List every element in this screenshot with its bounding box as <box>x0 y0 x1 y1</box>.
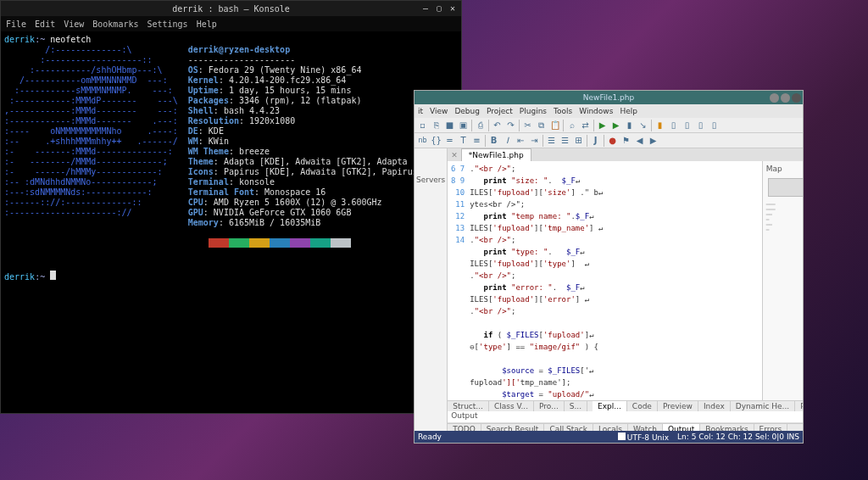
terminal-menubar: File Edit View Bookmarks Settings Help <box>1 16 461 31</box>
tab-close-icon[interactable]: ✕ <box>448 151 461 159</box>
tab-output[interactable]: Output <box>663 424 700 431</box>
tab-code[interactable]: Code <box>627 401 658 411</box>
ide-titlebar[interactable]: NewFile1.php <box>415 91 803 104</box>
tab-structure[interactable]: Struct... <box>448 401 489 411</box>
bold-icon[interactable]: B <box>487 134 500 147</box>
bracket-icon[interactable]: {} <box>430 134 442 147</box>
tab-explorer[interactable]: Expl... <box>593 401 627 411</box>
menu-file[interactable]: File <box>6 20 26 29</box>
ide-close-button[interactable] <box>792 93 801 103</box>
encoding-checkbox[interactable] <box>618 433 626 440</box>
columns-icon[interactable]: ⊞ <box>572 134 585 147</box>
tab-classview[interactable]: Class V... <box>489 401 534 411</box>
menu-help[interactable]: Help <box>620 107 637 115</box>
tab-errors[interactable]: Errors <box>754 424 788 431</box>
status-encoding: UTF-8 Unix <box>627 433 669 442</box>
minimap-viewport[interactable] <box>768 178 803 197</box>
stop-icon[interactable]: ▮ <box>623 119 636 131</box>
italic-icon[interactable]: I <box>501 134 514 147</box>
tab-dynamic[interactable]: Dynamic He... <box>731 401 795 411</box>
list-icon[interactable]: ☰ <box>545 134 558 147</box>
list-icon[interactable]: ☰ <box>559 134 571 147</box>
run-icon[interactable]: ▶ <box>596 119 609 131</box>
servers-panel[interactable]: Servers <box>415 148 448 431</box>
menu-windows[interactable]: Windows <box>579 107 613 115</box>
tab-index[interactable]: Index <box>698 401 731 411</box>
menu-project[interactable]: Project <box>487 107 513 115</box>
replace-icon[interactable]: ⇄ <box>579 119 592 131</box>
prev-icon[interactable]: ◀ <box>633 134 646 147</box>
code-body[interactable]: ."<br />"; print "size: ". $_F↵ ILES['fu… <box>468 161 761 400</box>
tab-callstack[interactable]: Call Stack <box>544 424 593 431</box>
print-icon[interactable]: ⎙ <box>474 119 487 131</box>
folder-icon[interactable]: ▮ <box>654 119 666 131</box>
new-file-icon[interactable]: ▫ <box>416 119 429 131</box>
menu-tools[interactable]: Tools <box>554 107 572 115</box>
command: neofetch <box>50 35 91 44</box>
menu-help[interactable]: Help <box>197 20 217 29</box>
menu-plugins[interactable]: Plugins <box>520 107 547 115</box>
menu-view[interactable]: View <box>64 20 84 29</box>
close-button[interactable]: ✕ <box>448 3 458 14</box>
output-label: Output <box>451 411 477 422</box>
ide-title: NewFile1.php <box>583 93 634 102</box>
menu-edit[interactable]: it <box>418 107 423 115</box>
menu-edit[interactable]: Edit <box>35 20 55 29</box>
prompt-sep-2: :~ <box>35 272 50 282</box>
menu-view[interactable]: View <box>430 107 448 115</box>
debug-icon[interactable]: ▶ <box>609 119 622 131</box>
tool-icon[interactable]: ▯ <box>694 119 707 131</box>
indent-out-icon[interactable]: ⇤ <box>515 134 527 147</box>
file-tab[interactable]: *NewFile1.php <box>461 148 531 161</box>
maximize-button[interactable]: ▢ <box>434 3 444 14</box>
find-icon[interactable]: ⌕ <box>565 119 578 131</box>
minimize-button[interactable]: – <box>420 3 431 14</box>
ide-maximize-button[interactable] <box>781 93 790 103</box>
copy-icon[interactable]: ⧉ <box>535 119 548 131</box>
code-editor[interactable]: 6 7 8 9 10 11 12 13 14 ."<br />"; print … <box>448 161 761 400</box>
open-icon[interactable]: ⎘ <box>430 119 442 131</box>
menu-bookmarks[interactable]: Bookmarks <box>92 20 138 29</box>
redo-icon[interactable]: ↷ <box>504 119 517 131</box>
align-icon[interactable]: ≡ <box>470 134 483 147</box>
breakpoint-icon[interactable]: ● <box>606 134 619 147</box>
equals-icon[interactable]: = <box>443 134 456 147</box>
terminal-body[interactable]: derrik:~ neofetch /:-------------:\ derr… <box>1 31 461 413</box>
ide-minimize-button[interactable] <box>770 93 779 103</box>
tab-search[interactable]: Search Result <box>481 424 545 431</box>
line-numbers: 6 7 8 9 10 11 12 13 14 <box>448 161 468 400</box>
tab-preview[interactable]: Preview <box>658 401 698 411</box>
indent-in-icon[interactable]: ⇥ <box>528 134 541 147</box>
footer-tabs: TODO Search Result Call Stack Locals Wat… <box>448 423 803 431</box>
tab-properties[interactable]: Properties <box>795 401 803 411</box>
next-icon[interactable]: ▶ <box>647 134 659 147</box>
tab-watch[interactable]: Watch <box>628 424 663 431</box>
minimap-lines: ════════════ <box>765 200 803 234</box>
tab-bookmarks[interactable]: Bookmarks <box>700 424 754 431</box>
step-icon[interactable]: ↘ <box>637 119 649 131</box>
jump-icon[interactable]: J <box>589 134 602 147</box>
flag-icon[interactable]: ⚑ <box>620 134 632 147</box>
undo-icon[interactable]: ↶ <box>491 119 504 131</box>
paste-icon[interactable]: 📋 <box>548 119 561 131</box>
tab-project[interactable]: Pro... <box>534 401 565 411</box>
terminal-titlebar[interactable]: derrik : bash — Konsole – ▢ ✕ <box>1 1 461 16</box>
tool-icon[interactable]: ▯ <box>708 119 721 131</box>
tool-icon[interactable]: ▯ <box>681 119 693 131</box>
panel-tabs: Struct... Class V... Pro... S... Expl...… <box>448 400 803 411</box>
menu-debug[interactable]: Debug <box>454 107 480 115</box>
save-all-icon[interactable]: ▣ <box>457 119 470 131</box>
tool-icon[interactable]: ▯ <box>667 119 680 131</box>
cut-icon[interactable]: ✂ <box>521 119 534 131</box>
tab-todo[interactable]: TODO <box>448 424 481 431</box>
nb-icon[interactable]: nb <box>416 134 429 147</box>
text-icon[interactable]: T <box>457 134 470 147</box>
tab-label: *NewFile1.php <box>469 151 524 159</box>
tab-s[interactable]: S... <box>565 401 587 411</box>
status-position: Ln: 5 Col: 12 Ch: 12 Sel: 0|0 INS <box>677 433 799 441</box>
terminal-title: derrik : bash — Konsole <box>172 4 289 14</box>
save-icon[interactable]: ■ <box>443 119 456 131</box>
menu-settings[interactable]: Settings <box>147 20 187 29</box>
tab-locals[interactable]: Locals <box>593 424 628 431</box>
status-ready: Ready <box>418 433 442 441</box>
